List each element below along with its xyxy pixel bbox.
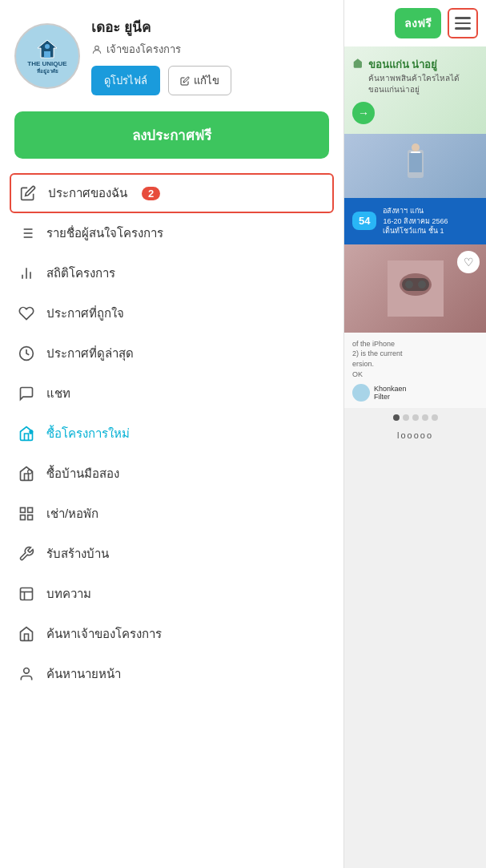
clock-icon xyxy=(18,345,35,362)
logo-text: THE UNIQUEที่อยู่อาศัย xyxy=(27,61,66,75)
menu-item-find-owner[interactable]: ค้นหาเจ้าของโครงการ xyxy=(0,614,343,654)
rent-icon xyxy=(18,505,35,523)
edit-button[interactable]: แก้ไข xyxy=(168,66,231,95)
dot-1[interactable] xyxy=(393,414,400,421)
svg-rect-18 xyxy=(21,515,26,520)
carousel-dots xyxy=(344,408,486,427)
dot-4[interactable] xyxy=(422,414,428,421)
top-right-buttons: ลงฟรี xyxy=(344,0,486,46)
banner1-subtitle: ค้นหาพพสินค้าใครไหลได้ ขอนแก่นน่าอยู่ xyxy=(368,73,478,95)
second-hand-label: ซื้อบ้านมือสอง xyxy=(46,464,119,483)
svg-point-31 xyxy=(405,281,413,289)
recent-posts-label: ประกาศที่ดูล่าสุด xyxy=(46,344,134,363)
menu-item-interested-list[interactable]: รายชื่อผู้สนใจโครงการ xyxy=(0,213,343,253)
dot-2[interactable] xyxy=(403,414,409,421)
house-logo-icon xyxy=(34,37,60,59)
find-owner-label: ค้นหาเจ้าของโครงการ xyxy=(46,624,162,644)
list-icon xyxy=(18,224,35,242)
role-label: เจ้าของโครงการ xyxy=(106,41,181,58)
menu-item-chat[interactable]: แชท xyxy=(0,373,343,414)
right-card: of the iPhone2) is the currentersion.OK … xyxy=(344,333,486,408)
article-label: บทความ xyxy=(46,584,91,604)
person-phone-illustration xyxy=(392,142,440,190)
left-panel: THE UNIQUEที่อยู่อาศัย เดอะ ยูนีค เจ้าขอ… xyxy=(0,0,344,868)
new-project-label: ซื้อโครงการใหม่ xyxy=(46,424,130,443)
hamburger-menu-button[interactable] xyxy=(448,8,478,38)
chat-icon xyxy=(18,385,35,402)
new-project-icon: + xyxy=(18,425,35,442)
hamburger-line-2 xyxy=(455,22,471,25)
right-panel: ลงฟรี ขอนแก่น น่าอยู่ ค้นหาพพสินค้าใครไห… xyxy=(344,0,486,868)
menu-item-recent-posts[interactable]: ประกาศที่ดูล่าสุด xyxy=(0,333,343,373)
edit-icon xyxy=(180,76,190,86)
chat-label: แชท xyxy=(46,384,70,403)
right-card-avatar-row: KhonkaenFilter xyxy=(352,384,478,402)
svg-rect-0 xyxy=(44,51,50,58)
dot-5[interactable] xyxy=(432,414,438,421)
badge-54: 54 xyxy=(352,212,376,230)
right-card-text: of the iPhone2) is the currentersion.OK xyxy=(352,339,478,379)
svg-point-2 xyxy=(95,46,99,50)
find-agent-label: ค้นหานายหน้า xyxy=(46,664,121,684)
menu-item-stats[interactable]: สถิติโครงการ xyxy=(0,253,343,293)
build-label: รับสร้างบ้าน xyxy=(46,544,109,563)
menu-item-new-project[interactable]: + ซื้อโครงการใหม่ xyxy=(0,414,343,454)
svg-point-23 xyxy=(24,668,30,674)
svg-rect-17 xyxy=(28,508,33,513)
profile-name: เดอะ ยูนีค xyxy=(91,16,231,38)
dot-3[interactable] xyxy=(412,414,419,421)
bottom-logo-text: looooo xyxy=(344,427,486,443)
edit-post-icon xyxy=(19,184,37,202)
build-icon xyxy=(18,545,35,563)
menu-item-my-posts[interactable]: ประกาศของฉัน 2 xyxy=(10,173,334,213)
liked-posts-label: ประกาศที่ถูกใจ xyxy=(46,304,124,323)
profile-role: เจ้าของโครงการ xyxy=(91,41,231,58)
banner1-image xyxy=(344,134,486,198)
card-avatar-name: KhonkaenFilter xyxy=(374,385,407,401)
profile-buttons: ดูโปรไฟล์ แก้ไข xyxy=(91,66,231,95)
svg-point-26 xyxy=(412,143,420,151)
find-agent-icon xyxy=(18,665,35,683)
right-banner-khonkaen: ขอนแก่น น่าอยู่ ค้นหาพพสินค้าใครไหลได้ ข… xyxy=(344,46,486,134)
avatar: THE UNIQUEที่อยู่อาศัย xyxy=(14,23,80,89)
card-avatar-image xyxy=(352,384,370,402)
interested-list-label: รายชื่อผู้สนใจโครงการ xyxy=(46,224,163,243)
user-icon xyxy=(91,44,102,55)
banner1-title: ขอนแก่น น่าอยู่ xyxy=(368,56,478,73)
menu-item-find-agent[interactable]: ค้นหานายหน้า xyxy=(0,654,343,694)
menu-item-rent[interactable]: เช่า/หอพัก xyxy=(0,494,343,534)
svg-rect-25 xyxy=(409,153,422,172)
heart-icon xyxy=(18,305,35,322)
view-profile-button[interactable]: ดูโปรไฟล์ xyxy=(91,66,160,95)
menu-item-second-hand[interactable]: ซื้อบ้านมือสอง xyxy=(0,454,343,494)
banner1-arrow-button[interactable]: → xyxy=(352,102,375,124)
menu-item-build[interactable]: รับสร้างบ้าน xyxy=(0,534,343,574)
my-posts-label: ประกาศของฉัน xyxy=(48,184,127,203)
home-banner-icon xyxy=(352,56,363,71)
right-image-vr: ♡ xyxy=(344,244,486,333)
menu-item-article[interactable]: บทความ xyxy=(0,574,343,614)
profile-info: เดอะ ยูนีค เจ้าของโครงการ ดูโปรไฟล์ แก้ไ… xyxy=(91,16,231,95)
post-free-button[interactable]: ลงประกาศฟรี xyxy=(14,111,329,159)
svg-point-32 xyxy=(418,281,426,289)
article-icon xyxy=(18,585,35,603)
rent-label: เช่า/หอพัก xyxy=(46,504,98,523)
svg-rect-27 xyxy=(411,151,420,153)
banner2-text: อสังหาฯ แก่น16-20 สิงหาคม 2566เต็นท์โชว์… xyxy=(383,206,448,236)
right-banner-blue: 54 อสังหาฯ แก่น16-20 สิงหาคม 2566เต็นท์โ… xyxy=(344,198,486,244)
stats-label: สถิติโครงการ xyxy=(46,264,115,283)
top-free-button[interactable]: ลงฟรี xyxy=(395,8,441,38)
vr-illustration xyxy=(388,260,444,317)
svg-point-1 xyxy=(45,44,50,49)
profile-section: THE UNIQUEที่อยู่อาศัย เดอะ ยูนีค เจ้าขอ… xyxy=(0,0,343,107)
hamburger-line-1 xyxy=(455,17,471,19)
svg-rect-16 xyxy=(21,508,26,513)
second-hand-icon xyxy=(18,465,35,482)
menu-item-liked-posts[interactable]: ประกาศที่ถูกใจ xyxy=(0,293,343,333)
heart-overlay[interactable]: ♡ xyxy=(457,251,480,273)
svg-rect-19 xyxy=(28,515,33,520)
hamburger-line-3 xyxy=(455,27,471,30)
menu-list: ประกาศของฉัน 2 รายชื่อผู้สนใจโครงการ สถิ… xyxy=(0,173,343,710)
find-owner-icon xyxy=(18,625,35,643)
svg-rect-20 xyxy=(21,588,33,600)
